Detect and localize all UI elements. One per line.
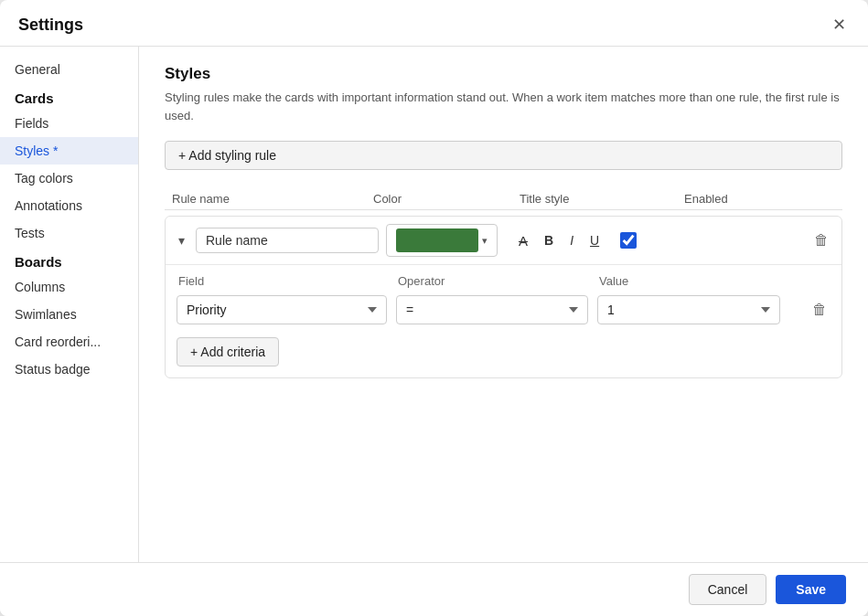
color-picker-button[interactable]: ▾ — [386, 224, 498, 257]
criteria-col-delete — [782, 274, 819, 288]
sidebar: General Cards Fields Styles * Tag colors… — [0, 47, 139, 562]
modal-body: General Cards Fields Styles * Tag colors… — [0, 47, 868, 562]
sidebar-item-columns[interactable]: Columns — [0, 273, 138, 301]
italic-button[interactable]: I — [563, 230, 580, 250]
criteria-header: Field Operator Value — [177, 274, 830, 288]
enabled-checkbox[interactable] — [620, 232, 637, 249]
cancel-button[interactable]: Cancel — [689, 574, 767, 605]
criteria-col-value: Value — [599, 274, 782, 288]
rule-row: ▾ ▾ A B I U — [165, 216, 842, 378]
sidebar-item-general[interactable]: General — [0, 56, 138, 83]
rule-name-input[interactable] — [196, 228, 379, 253]
criteria-section: Field Operator Value Priority Status Ass… — [166, 265, 841, 377]
strikethrough-button[interactable]: A — [512, 230, 534, 251]
sidebar-item-styles[interactable]: Styles * — [0, 137, 138, 165]
modal-header: Settings ✕ — [0, 0, 868, 47]
sidebar-item-fields[interactable]: Fields — [0, 110, 138, 137]
color-swatch — [396, 228, 478, 252]
color-dropdown-icon: ▾ — [482, 235, 488, 247]
col-header-color: Color — [373, 192, 520, 206]
add-criteria-button[interactable]: + Add criteria — [177, 337, 279, 366]
save-button[interactable]: Save — [776, 575, 846, 604]
content-description: Styling rules make the cards with import… — [165, 89, 842, 124]
sidebar-section-cards: Cards — [0, 83, 138, 110]
col-header-title-style: Title style — [520, 192, 684, 206]
sidebar-item-annotations[interactable]: Annotations — [0, 192, 138, 219]
modal-footer: Cancel Save — [0, 562, 868, 616]
sidebar-item-card-reordering[interactable]: Card reorderi... — [0, 328, 138, 356]
sidebar-item-swimlanes[interactable]: Swimlanes — [0, 301, 138, 328]
expand-rule-button[interactable]: ▾ — [175, 231, 188, 250]
sidebar-section-boards: Boards — [0, 247, 138, 273]
criteria-row: Priority Status Assignee Title = != > < — [177, 295, 830, 324]
bold-button[interactable]: B — [538, 230, 560, 250]
close-button[interactable]: ✕ — [829, 13, 850, 37]
value-select[interactable]: 1 2 3 4 5 — [597, 295, 780, 324]
underline-button[interactable]: U — [584, 230, 605, 250]
criteria-col-field: Field — [178, 274, 398, 288]
col-header-enabled: Enabled — [684, 192, 776, 206]
main-content: Styles Styling rules make the cards with… — [139, 47, 868, 562]
add-styling-rule-button[interactable]: + Add styling rule — [165, 141, 842, 170]
content-title: Styles — [165, 65, 842, 83]
criteria-col-operator: Operator — [398, 274, 599, 288]
col-header-actions — [776, 192, 812, 206]
table-header: Rule name Color Title style Enabled — [165, 188, 842, 210]
sidebar-item-tests[interactable]: Tests — [0, 219, 138, 247]
col-header-rule-name: Rule name — [172, 192, 373, 206]
rule-row-top: ▾ ▾ A B I U — [166, 217, 841, 265]
modal-title: Settings — [18, 16, 83, 35]
field-select[interactable]: Priority Status Assignee Title — [177, 295, 387, 324]
delete-criteria-button[interactable]: 🗑 — [809, 298, 830, 322]
delete-rule-button[interactable]: 🗑 — [810, 228, 832, 252]
title-style-group: A B I U — [512, 230, 605, 251]
settings-modal: Settings ✕ General Cards Fields Styles *… — [0, 0, 868, 616]
sidebar-item-tag-colors[interactable]: Tag colors — [0, 165, 138, 192]
operator-select[interactable]: = != > < — [396, 295, 588, 324]
sidebar-item-status-badge[interactable]: Status badge — [0, 356, 138, 383]
